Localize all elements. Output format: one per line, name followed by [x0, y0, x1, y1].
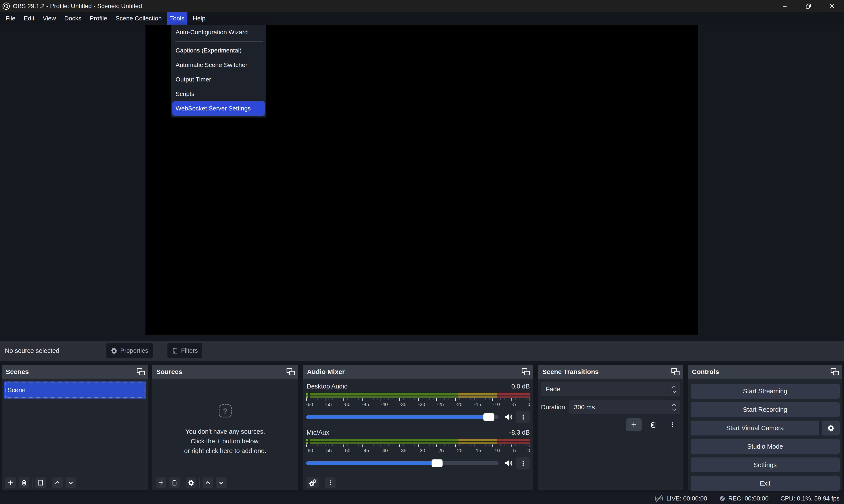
duration-value: 300 ms	[574, 403, 595, 411]
channel-options-button[interactable]	[516, 411, 530, 424]
volume-meter	[306, 396, 530, 398]
transition-select-arrows[interactable]	[668, 383, 680, 395]
popout-icon[interactable]	[137, 368, 145, 376]
scene-filters-button[interactable]	[35, 478, 46, 488]
source-status-text: No source selected	[5, 341, 59, 361]
meter-tick-labels: -60-55-50-45-40-35-30-25-20-15-10-50	[306, 448, 530, 453]
volume-slider[interactable]	[306, 462, 498, 465]
mixer-channel-desktop-audio: Desktop Audio 0.0 dB -60-55-50-45-40-35-…	[306, 383, 530, 424]
audio-mixer-title: Audio Mixer	[307, 368, 345, 376]
volume-slider[interactable]	[306, 415, 498, 419]
sources-empty-line2: Click the + button below,	[152, 436, 298, 446]
scenes-panel-header: Scenes	[2, 365, 148, 379]
menu-view[interactable]: View	[39, 12, 59, 24]
toolbar-separator	[322, 478, 322, 488]
record-off-icon	[719, 495, 725, 502]
menu-scene-collection[interactable]: Scene Collection	[112, 12, 165, 24]
remove-source-button[interactable]	[169, 478, 180, 488]
volume-meter	[306, 393, 530, 395]
tools-menu-item-automatic-scene-switcher[interactable]: Automatic Scene Switcher	[171, 58, 266, 72]
tools-menu-item-scripts[interactable]: Scripts	[171, 87, 266, 101]
start-streaming-button[interactable]: Start Streaming	[691, 384, 840, 399]
scenes-panel: Scenes Scene	[2, 365, 148, 490]
transitions-toolbar	[541, 418, 680, 431]
channel-name: Mic/Aux	[306, 429, 329, 436]
sources-list[interactable]: ? You don't have any sources. Click the …	[152, 379, 298, 490]
restore-button[interactable]	[796, 0, 820, 12]
start-recording-button[interactable]: Start Recording	[691, 402, 840, 417]
move-scene-up-button[interactable]	[52, 478, 63, 488]
transition-options-button[interactable]	[665, 418, 680, 431]
sources-toolbar	[156, 478, 227, 488]
add-source-button[interactable]	[156, 478, 166, 488]
transition-select[interactable]: Fade	[541, 382, 680, 396]
status-bar: LIVE: 00:00:00 REC: 00:00:00 CPU: 0.1%, …	[0, 493, 844, 504]
tools-menu-item-captions[interactable]: Captions (Experimental)	[171, 43, 266, 58]
advanced-audio-properties-button[interactable]	[306, 478, 319, 488]
live-time-text: LIVE: 00:00:00	[666, 495, 707, 502]
tools-menu-item-auto-configuration-wizard[interactable]: Auto-Configuration Wizard	[171, 25, 266, 39]
volume-meter	[306, 439, 530, 441]
minimize-button[interactable]	[773, 0, 796, 12]
menu-tools[interactable]: Tools	[167, 12, 188, 24]
audio-mixer-header: Audio Mixer	[303, 365, 533, 379]
popout-icon[interactable]	[671, 368, 680, 376]
menu-file[interactable]: File	[2, 12, 18, 24]
volume-slider-handle[interactable]	[306, 415, 489, 419]
window-controls	[773, 0, 844, 12]
menu-docks[interactable]: Docks	[61, 12, 85, 24]
audio-mixer-panel: Audio Mixer Desktop Audio 0.0 dB -60-55-…	[303, 365, 533, 490]
rec-status: REC: 00:00:00	[719, 495, 769, 502]
menu-profile[interactable]: Profile	[87, 12, 110, 24]
sources-empty-state: ? You don't have any sources. Click the …	[152, 404, 298, 456]
settings-button[interactable]: Settings	[691, 457, 840, 472]
add-transition-button[interactable]	[626, 418, 641, 431]
virtual-camera-settings-button[interactable]	[822, 420, 840, 435]
meter-tick-marks	[306, 445, 530, 447]
controls-body: Start Streaming Start Recording Start Vi…	[688, 379, 842, 490]
scene-list-item[interactable]: Scene	[4, 381, 146, 399]
channel-options-button[interactable]	[516, 457, 530, 469]
move-scene-down-button[interactable]	[66, 478, 76, 488]
gear-icon	[110, 347, 118, 354]
cpu-fps-text: CPU: 0.1%, 59.94 fps	[780, 495, 840, 502]
chevron-up-icon	[672, 385, 677, 388]
broadcast-off-icon	[654, 495, 664, 502]
tools-menu-item-websocket-server-settings[interactable]: WebSocket Server Settings	[172, 101, 265, 116]
filters-button[interactable]: Filters	[168, 343, 202, 358]
remove-transition-button[interactable]	[645, 418, 661, 431]
chevron-down-icon	[671, 408, 677, 411]
sources-panel-title: Sources	[156, 368, 182, 376]
toolbar-separator	[32, 478, 33, 488]
window-title: OBS 29.1.2 - Profile: Untitled - Scenes:…	[13, 3, 142, 10]
performance-stats: CPU: 0.1%, 59.94 fps	[780, 495, 840, 502]
scene-transitions-title: Scene Transitions	[542, 368, 599, 376]
popout-icon[interactable]	[522, 368, 530, 376]
move-source-down-button[interactable]	[216, 478, 227, 488]
source-properties-button[interactable]	[186, 478, 196, 488]
close-button[interactable]	[820, 0, 844, 12]
mixer-options-button[interactable]	[325, 478, 336, 488]
speaker-icon[interactable]	[504, 413, 513, 421]
duration-spinbox[interactable]: 300 ms	[569, 400, 680, 414]
volume-slider-handle[interactable]	[306, 462, 437, 465]
add-scene-button[interactable]	[5, 478, 16, 488]
popout-icon[interactable]	[286, 368, 295, 376]
channel-name: Desktop Audio	[306, 383, 348, 390]
menu-edit[interactable]: Edit	[21, 12, 37, 24]
properties-button[interactable]: Properties	[106, 343, 153, 358]
toolbar-separator	[49, 478, 49, 488]
tools-menu-item-output-timer[interactable]: Output Timer	[171, 72, 266, 87]
duration-label: Duration	[541, 403, 569, 411]
popout-icon[interactable]	[830, 368, 839, 376]
speaker-icon[interactable]	[504, 459, 513, 467]
scene-transitions-body: Fade Duration 300 ms	[538, 379, 683, 490]
exit-button[interactable]: Exit	[691, 476, 840, 491]
move-source-up-button[interactable]	[203, 478, 213, 488]
start-virtual-camera-button[interactable]: Start Virtual Camera	[691, 420, 820, 435]
studio-mode-button[interactable]: Studio Mode	[691, 439, 840, 454]
menu-help[interactable]: Help	[190, 12, 209, 24]
duration-spin-arrows[interactable]	[671, 400, 677, 414]
remove-scene-button[interactable]	[19, 478, 29, 488]
scenes-toolbar	[5, 478, 76, 488]
